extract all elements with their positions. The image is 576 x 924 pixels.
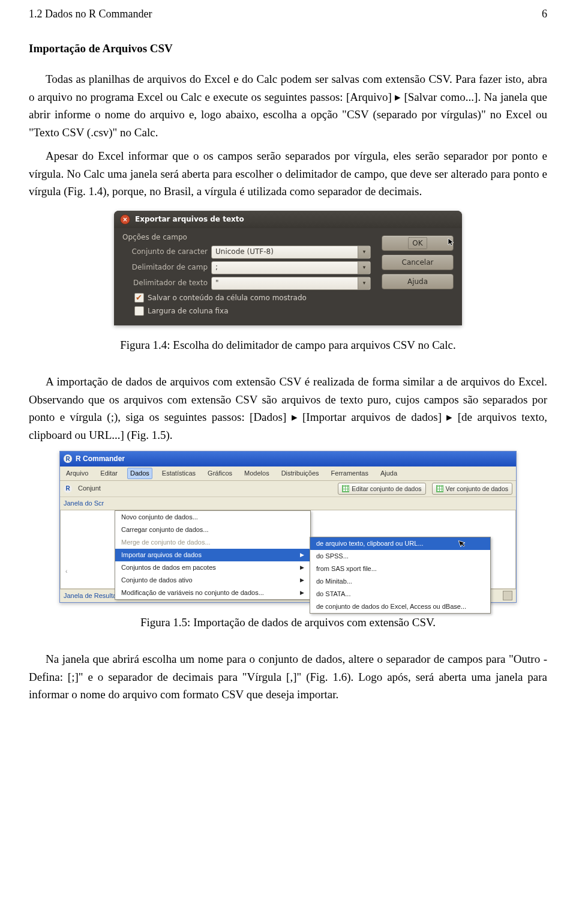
menu-from-excel-access[interactable]: de conjunto de dados do Excel, Access ou…: [310, 600, 490, 613]
menu-from-minitab[interactable]: do Minitab...: [310, 575, 490, 588]
page-number: 6: [542, 6, 547, 23]
submenu-arrow-icon: ▶: [300, 551, 304, 560]
field-delim-combo[interactable]: ; ▾: [211, 261, 371, 274]
figure-caption-2: Figura 1.5: Importação de dados de arqui…: [29, 614, 547, 631]
charset-label: Conjunto de caracter: [122, 246, 208, 258]
menu-new-dataset[interactable]: Novo conjunto de dados...: [115, 511, 310, 524]
paragraph-2: Apesar do Excel informar que o os campos…: [29, 147, 547, 200]
menu-graficos[interactable]: Gráficos: [205, 468, 235, 479]
menu-arquivo[interactable]: Arquivo: [64, 468, 91, 479]
menu-active-dataset[interactable]: Conjunto de dados ativo▶: [115, 574, 310, 587]
window-titlebar: R R Commander: [60, 451, 516, 467]
header-left: 1.2 Dados no R Commander: [29, 6, 152, 23]
menu-package-datasets[interactable]: Conjuntos de dados em pacotes▶: [115, 561, 310, 574]
menu-from-stata[interactable]: do STATA...: [310, 588, 490, 600]
paragraph-1: Todas as planilhas de arquivos do Excel …: [29, 70, 547, 141]
dialog-titlebar: × Exportar arquivos de texto: [114, 211, 462, 228]
chevron-down-icon[interactable]: ▾: [358, 246, 370, 258]
menu-ferramentas[interactable]: Ferramentas: [329, 468, 371, 479]
script-window-label: Janela do Scr: [60, 497, 516, 510]
help-button[interactable]: Ajuda: [382, 274, 454, 289]
toolbar: R Conjunt Editar conjunto de dados Ver c…: [60, 481, 516, 497]
save-content-checkbox[interactable]: [134, 293, 144, 303]
chevron-down-icon[interactable]: ▾: [358, 277, 370, 289]
menu-modify-vars[interactable]: Modificação de variáveis no conjunto de …: [115, 587, 310, 599]
grid-icon: [342, 485, 349, 492]
text-delim-label: Delimitador de texto: [122, 277, 208, 289]
fieldset-label: Opções de campo: [122, 232, 371, 243]
menu-modelos[interactable]: Modelos: [242, 468, 272, 479]
menu-from-text-url[interactable]: de arquivo texto, clipboard ou URL...: [310, 537, 490, 550]
text-delim-value: ": [215, 277, 219, 289]
dialog-title-text: Exportar arquivos de texto: [135, 214, 244, 225]
cursor-icon: [447, 237, 457, 247]
menu-dados[interactable]: Dados: [127, 468, 152, 479]
rcommander-window: R R Commander Arquivo Editar Dados Estat…: [59, 451, 517, 603]
view-dataset-label: Ver conjunto de dados: [446, 484, 509, 494]
edit-dataset-button[interactable]: Editar conjunto de dados: [338, 483, 425, 495]
page-header: 1.2 Dados no R Commander 6: [29, 0, 547, 23]
edit-dataset-label: Editar conjunto de dados: [352, 484, 421, 494]
cancel-button[interactable]: Cancelar: [382, 255, 454, 270]
import-submenu: de arquivo texto, clipboard ou URL... do…: [310, 537, 491, 614]
paragraph-3: A importação de dados de arquivos com ex…: [29, 373, 547, 444]
charset-combo[interactable]: Unicode (UTF-8) ▾: [211, 246, 371, 259]
dados-dropdown: Novo conjunto de dados... Carregar conju…: [115, 510, 311, 600]
script-area: ‹ Novo conjunto de dados... Carregar con…: [60, 510, 516, 589]
window-title-text: R Commander: [76, 453, 125, 465]
submenu-arrow-icon: ▶: [300, 576, 304, 585]
field-delim-value: ;: [215, 262, 218, 273]
cancel-button-label: Cancelar: [402, 257, 434, 268]
menu-import-datasets[interactable]: Importar arquivos de dados▶: [115, 549, 310, 561]
close-icon[interactable]: ×: [120, 214, 130, 225]
r-logo-icon: R: [64, 454, 72, 463]
ok-button-label: OK: [408, 237, 427, 250]
export-dialog: × Exportar arquivos de texto Opções de c…: [114, 211, 462, 325]
scroll-arrow-icon[interactable]: ‹: [62, 567, 71, 576]
figure-caption-1: Figura 1.4: Escolha do delimitador de ca…: [29, 336, 547, 354]
menu-load-dataset[interactable]: Carregar conjunto de dados...: [115, 524, 310, 536]
menubar: Arquivo Editar Dados Estatísticas Gráfic…: [60, 467, 516, 481]
scrollbar-icon[interactable]: [503, 591, 512, 600]
menu-ajuda[interactable]: Ajuda: [378, 468, 400, 479]
chevron-down-icon[interactable]: ▾: [358, 262, 370, 274]
charset-value: Unicode (UTF-8): [215, 246, 274, 258]
section-title: Importação de Arquivos CSV: [29, 40, 547, 57]
text-delim-combo[interactable]: " ▾: [211, 277, 371, 290]
menu-from-sas[interactable]: from SAS xport file...: [310, 563, 490, 575]
fixed-width-label: Largura de coluna fixa: [148, 306, 229, 317]
grid-icon: [436, 485, 443, 492]
view-dataset-button[interactable]: Ver conjunto de dados: [432, 483, 513, 495]
menu-editar[interactable]: Editar: [98, 468, 120, 479]
menu-merge-dataset: Merge de conjunto de dados...: [115, 536, 310, 549]
paragraph-4: Na janela que abrirá escolha um nome par…: [29, 650, 547, 703]
ok-button[interactable]: OK: [382, 235, 454, 251]
field-delim-label: Delimitador de camp: [122, 262, 208, 273]
r-logo-icon: R: [64, 485, 72, 493]
submenu-arrow-icon: ▶: [300, 589, 304, 597]
menu-estatisticas[interactable]: Estatísticas: [160, 468, 198, 479]
fixed-width-checkbox[interactable]: [134, 306, 144, 316]
menu-distribuicoes[interactable]: Distribuições: [279, 468, 322, 479]
submenu-arrow-icon: ▶: [300, 564, 304, 572]
save-content-label: Salvar o conteúdo da célula como mostrad…: [148, 292, 307, 304]
dataset-label: Conjunt: [78, 483, 101, 494]
help-button-label: Ajuda: [407, 276, 428, 288]
